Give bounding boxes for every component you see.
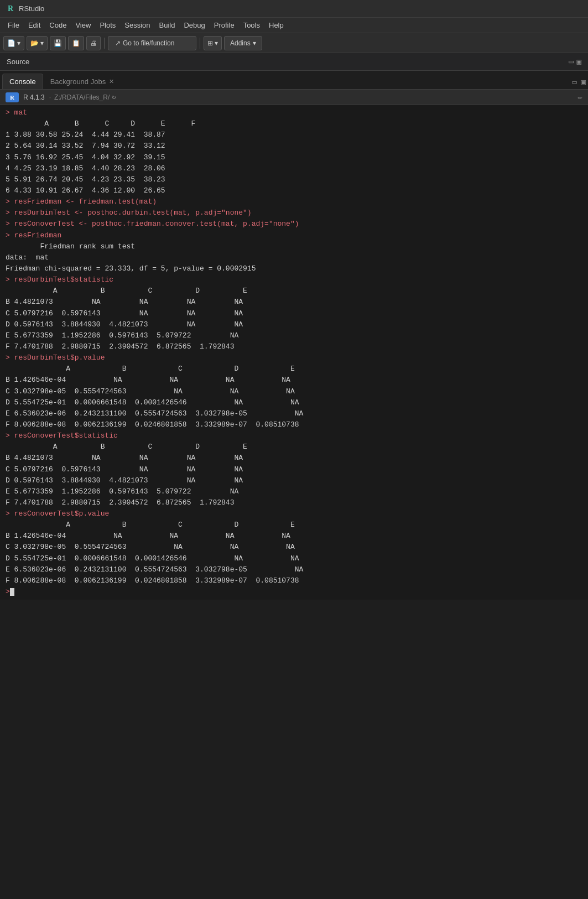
prompt-symbol: > <box>6 586 10 597</box>
console-output: 3 5.76 16.92 25.45 4.04 32.92 39.15 <box>6 152 582 163</box>
console-output: 4 4.25 23.19 18.85 4.40 28.23 28.06 <box>6 163 582 174</box>
layout-dropdown-icon: ▾ <box>215 39 218 47</box>
menu-item-help[interactable]: Help <box>264 20 288 30</box>
save-icon: 💾 <box>54 39 62 47</box>
console-separator: · <box>49 93 51 101</box>
console-command: > resFriedman <box>6 230 582 241</box>
minimize-icon[interactable]: ▭ <box>569 57 573 66</box>
console-output: E 5.6773359 1.1952286 0.5976143 5.079722… <box>6 330 582 341</box>
print-button[interactable]: 🖨 <box>86 36 101 50</box>
print-icon: 🖨 <box>90 39 97 47</box>
cursor <box>10 588 14 596</box>
console-output: D 5.554725e-01 0.0006661548 0.0001426546… <box>6 397 582 408</box>
separator-2 <box>200 38 200 49</box>
console-output: 5 5.91 26.74 20.45 4.23 23.35 38.23 <box>6 174 582 185</box>
separator-1 <box>104 38 105 49</box>
addins-dropdown-icon: ▾ <box>253 39 256 47</box>
console-command: > resConoverTest <- posthoc.friedman.con… <box>6 219 582 230</box>
menu-item-view[interactable]: View <box>71 20 95 30</box>
console-output: 6 4.33 10.91 26.67 4.36 12.00 26.65 <box>6 185 582 196</box>
rstudio-icon: R <box>6 4 15 14</box>
tab-background-jobs[interactable]: Background Jobs ✕ <box>43 74 121 89</box>
tab-console[interactable]: Console <box>2 74 43 89</box>
console-output: C 3.032798e-05 0.5554724563 NA NA NA <box>6 542 582 553</box>
console-output: F 8.006288e-08 0.0062136199 0.0246801858… <box>6 575 582 586</box>
console-output: F 7.4701788 2.9880715 2.3904572 6.872565… <box>6 341 582 352</box>
console-command: > resDurbinTest$statistic <box>6 274 582 285</box>
menu-item-edit[interactable]: Edit <box>24 20 45 30</box>
menu-item-tools[interactable]: Tools <box>239 20 264 30</box>
console-output: A B C D E <box>6 519 582 531</box>
console-output: C 3.032798e-05 0.5554724563 NA NA NA <box>6 386 582 397</box>
tabs-maximize-icon[interactable]: ▣ <box>581 77 586 87</box>
menu-item-code[interactable]: Code <box>45 20 71 30</box>
maximize-icon[interactable]: ▣ <box>577 57 581 66</box>
console-output: B 1.426546e-04 NA NA NA NA <box>6 531 582 542</box>
tabs-right-icons: ▭ ▣ <box>572 77 586 89</box>
new-file-button[interactable]: 📄 ▾ <box>3 36 24 50</box>
console-output: A B C D E <box>6 441 582 453</box>
open-dropdown-icon: ▾ <box>40 39 44 47</box>
source-bar: Source ▭ ▣ <box>0 53 588 71</box>
tab-close-icon[interactable]: ✕ <box>109 78 114 85</box>
console-output: B 4.4821073 NA NA NA NA <box>6 453 582 464</box>
source-icons: ▭ ▣ <box>569 57 581 66</box>
toolbar: 📄 ▾ 📂 ▾ 💾 📋 🖨 ↗ Go to file/function ⊞ ▾ … <box>0 33 588 53</box>
save-button[interactable]: 💾 <box>50 36 66 50</box>
open-icon: 📂 <box>30 39 39 47</box>
open-file-button[interactable]: 📂 ▾ <box>27 36 48 50</box>
layout-icon: ⊞ <box>207 39 213 47</box>
menu-item-file[interactable]: File <box>3 20 24 30</box>
console-output: A B C D E <box>6 285 582 297</box>
save-all-button[interactable]: 📋 <box>68 36 84 50</box>
addins-button[interactable]: Addins ▾ <box>224 36 262 50</box>
r-badge: R <box>6 92 19 102</box>
titlebar-title: RStudio <box>19 4 44 13</box>
console-output: A B C D E F <box>6 118 582 129</box>
menubar: FileEditCodeViewPlotsSessionBuildDebugPr… <box>0 18 588 33</box>
console-output: 1 3.88 30.58 25.24 4.44 29.41 38.87 <box>6 129 582 141</box>
go-to-label: Go to file/function <box>123 39 174 47</box>
console-output: Friedman rank sum test <box>6 241 582 252</box>
menu-item-plots[interactable]: Plots <box>95 20 120 30</box>
console-command: > resConoverTest$statistic <box>6 430 582 441</box>
console-output: B 4.4821073 NA NA NA NA <box>6 297 582 308</box>
r-version: R 4.1.3 <box>23 93 45 101</box>
console-output: Friedman chi-squared = 23.333, df = 5, p… <box>6 263 582 274</box>
console-output: 2 5.64 30.14 33.52 7.94 30.72 33.12 <box>6 141 582 152</box>
tab-console-label: Console <box>9 77 36 86</box>
menu-item-session[interactable]: Session <box>120 20 154 30</box>
titlebar: R RStudio <box>0 0 588 18</box>
console-command: > resConoverTest$p.value <box>6 508 582 519</box>
console-command: > resDurbinTest$p.value <box>6 352 582 363</box>
tabs-minimize-icon[interactable]: ▭ <box>572 77 576 87</box>
console-output: D 0.5976143 3.8844930 4.4821073 NA NA <box>6 319 582 330</box>
source-label: Source <box>7 58 29 66</box>
console-header: R R 4.1.3 · Z:/RDATA/Files_R/ ↻ ✏ <box>0 90 588 105</box>
goto-arrow-icon: ↗ <box>115 39 121 47</box>
tab-background-jobs-label: Background Jobs <box>50 77 106 86</box>
console-output: D 5.554725e-01 0.0006661548 0.0001426546… <box>6 553 582 564</box>
console-output: E 6.536023e-06 0.2432131100 0.5554724563… <box>6 408 582 419</box>
go-to-file-button[interactable]: ↗ Go to file/function <box>108 36 196 50</box>
console-command: > resDurbinTest <- posthoc.durbin.test(m… <box>6 207 582 219</box>
console-content[interactable]: > mat A B C D E F1 3.88 30.58 25.24 4.44… <box>0 105 588 600</box>
menu-item-profile[interactable]: Profile <box>210 20 239 30</box>
console-output: A B C D E <box>6 363 582 375</box>
console-output: B 1.426546e-04 NA NA NA NA <box>6 375 582 386</box>
path-arrow-icon: ↻ <box>112 93 116 101</box>
console-header-right: ✏ <box>578 92 582 102</box>
console-output: F 7.4701788 2.9880715 2.3904572 6.872565… <box>6 497 582 508</box>
console-output: C 5.0797216 0.5976143 NA NA NA <box>6 308 582 319</box>
console-output: E 6.536023e-06 0.2432131100 0.5554724563… <box>6 564 582 575</box>
layout-button[interactable]: ⊞ ▾ <box>204 36 222 50</box>
console-output: C 5.0797216 0.5976143 NA NA NA <box>6 464 582 475</box>
tabs-bar: Console Background Jobs ✕ ▭ ▣ <box>0 71 588 90</box>
clear-console-icon[interactable]: ✏ <box>578 93 582 102</box>
menu-item-build[interactable]: Build <box>155 20 180 30</box>
console-prompt-line[interactable]: > <box>6 586 582 597</box>
console-output: data: mat <box>6 252 582 263</box>
console-output: D 0.5976143 3.8844930 4.4821073 NA NA <box>6 475 582 486</box>
console-command: > resFriedman <- friedman.test(mat) <box>6 196 582 207</box>
menu-item-debug[interactable]: Debug <box>179 20 209 30</box>
